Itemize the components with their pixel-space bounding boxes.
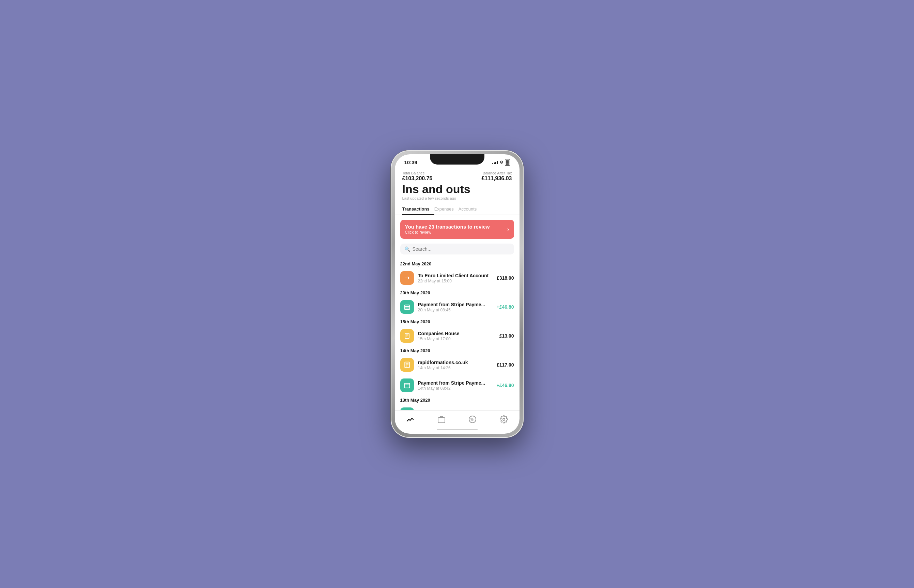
- svg-rect-12: [438, 418, 445, 423]
- transaction-icon: [400, 358, 414, 372]
- transaction-item[interactable]: Payment from Stripe Payme... 14th May at…: [395, 375, 520, 396]
- bottom-nav: %: [395, 410, 520, 427]
- transaction-icon: [400, 300, 414, 314]
- transaction-details: Companies House 15th May at 17:00: [418, 331, 495, 341]
- status-icons: ⊙ ▓: [492, 159, 510, 166]
- svg-rect-10: [404, 383, 410, 388]
- nav-settings[interactable]: [494, 414, 514, 425]
- transaction-item[interactable]: To Enro Limited Client Account 22nd May …: [395, 268, 520, 288]
- review-text: You have 23 transactions to review Click…: [405, 224, 490, 235]
- search-icon: 🔍: [404, 246, 410, 252]
- notch: [430, 154, 484, 165]
- tab-accounts[interactable]: Accounts: [459, 204, 481, 215]
- transaction-time: 20th May at 08:45: [418, 308, 493, 312]
- content-area: You have 23 transactions to review Click…: [395, 215, 520, 410]
- page-title: Ins and outs: [402, 183, 512, 195]
- transaction-item[interactable]: rapidformations.co.uk 14th May at 14:26 …: [395, 355, 520, 375]
- total-balance-block: Total Balance £103,200.75: [402, 171, 433, 182]
- transaction-details: To Enro Limited Client Account 22nd May …: [418, 273, 493, 283]
- battery-icon: ▓: [505, 159, 510, 166]
- transaction-amount: £117.00: [497, 362, 514, 368]
- date-header: 15th May 2020: [395, 317, 520, 326]
- transaction-name: rapidformations.co.uk: [418, 360, 493, 365]
- date-header: 14th May 2020: [395, 346, 520, 355]
- date-header: 13th May 2020: [395, 396, 520, 404]
- transaction-item[interactable]: Companies House 15th May at 17:00 £13.00: [395, 326, 520, 346]
- transaction-item[interactable]: Payment from Stripe Payme... 13th May at…: [395, 404, 520, 410]
- date-header: 22nd May 2020: [395, 259, 520, 268]
- transaction-time: 14th May at 08:42: [418, 386, 493, 391]
- transaction-name: To Enro Limited Client Account: [418, 273, 493, 278]
- status-time: 10:39: [404, 160, 417, 165]
- transaction-details: Payment from Stripe Payme... 14th May at…: [418, 380, 493, 391]
- after-tax-amount: £111,936.03: [482, 176, 512, 182]
- review-chevron-icon: ›: [507, 226, 509, 233]
- transaction-details: rapidformations.co.uk 14th May at 14:26: [418, 360, 493, 370]
- balance-row: Total Balance £103,200.75 Balance After …: [402, 171, 512, 182]
- review-title: You have 23 transactions to review: [405, 224, 490, 229]
- transaction-amount: +£46.80: [497, 304, 514, 310]
- nav-work[interactable]: [432, 414, 451, 425]
- header: Total Balance £103,200.75 Balance After …: [395, 168, 520, 204]
- transaction-item[interactable]: Payment from Stripe Payme... 20th May at…: [395, 297, 520, 317]
- date-header: 20th May 2020: [395, 288, 520, 297]
- transaction-amount: £318.00: [497, 275, 514, 281]
- wifi-icon: ⊙: [500, 160, 503, 165]
- search-bar[interactable]: 🔍: [400, 244, 514, 255]
- transaction-icon: [400, 407, 414, 410]
- transaction-name: Payment from Stripe Payme...: [418, 302, 493, 307]
- last-updated: Last updated a few seconds ago: [402, 196, 512, 200]
- after-tax-block: Balance After Tax £111,936.03: [482, 171, 512, 182]
- svg-text:%: %: [470, 418, 473, 422]
- after-tax-label: Balance After Tax: [482, 171, 512, 175]
- transaction-name: Payment from Stripe Payme...: [418, 380, 493, 386]
- transaction-time: 14th May at 14:26: [418, 365, 493, 370]
- transaction-icon: [400, 378, 414, 392]
- transaction-details: Payment from Stripe Payme... 20th May at…: [418, 302, 493, 312]
- home-bar: [437, 429, 478, 430]
- review-subtitle: Click to review: [405, 230, 490, 235]
- phone-device: 10:39 ⊙ ▓ Total Balance £103,200.75: [391, 150, 523, 438]
- total-balance-label: Total Balance: [402, 171, 433, 175]
- phone-screen: 10:39 ⊙ ▓ Total Balance £103,200.75: [395, 154, 520, 434]
- signal-icon: [492, 160, 498, 164]
- transaction-time: 22nd May at 15:00: [418, 279, 493, 283]
- tab-bar: Transactions Expenses Accounts: [395, 204, 520, 215]
- transaction-name: Companies House: [418, 331, 495, 336]
- nav-trends[interactable]: [400, 414, 420, 425]
- total-balance-amount: £103,200.75: [402, 176, 433, 182]
- home-indicator: [395, 427, 520, 434]
- transaction-icon: [400, 329, 414, 343]
- tab-expenses[interactable]: Expenses: [434, 204, 459, 215]
- review-banner[interactable]: You have 23 transactions to review Click…: [400, 220, 514, 239]
- svg-point-15: [503, 418, 505, 420]
- search-input[interactable]: [413, 246, 510, 252]
- tab-transactions[interactable]: Transactions: [402, 204, 434, 215]
- transaction-amount: £13.00: [499, 333, 514, 339]
- transaction-amount: +£46.80: [497, 383, 514, 388]
- nav-tax[interactable]: %: [463, 414, 482, 425]
- transaction-time: 15th May at 17:00: [418, 337, 495, 341]
- transaction-icon: [400, 271, 414, 285]
